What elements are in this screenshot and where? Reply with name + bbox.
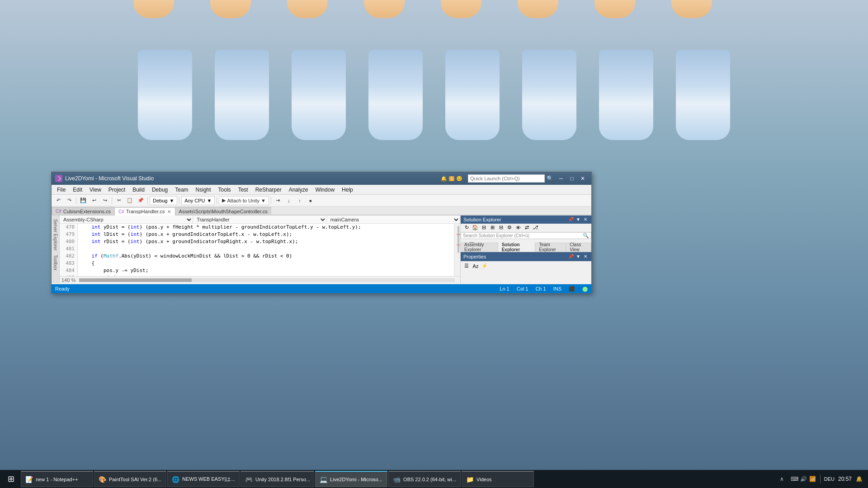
toolbar-redo-btn[interactable]: ↪: [100, 196, 110, 205]
code-line-478: int yDist = (int) (pos.y + fHeight * mul…: [80, 224, 452, 231]
debug-config-dropdown[interactable]: Debug ▼: [150, 196, 177, 205]
menu-file[interactable]: File: [53, 186, 69, 194]
minimize-button[interactable]: ─: [556, 174, 566, 183]
notifications-icon[interactable]: 🔔: [855, 475, 863, 483]
char-body: [522, 50, 576, 140]
sol-props-btn[interactable]: ⚙: [505, 224, 514, 232]
menu-test[interactable]: Test: [235, 186, 252, 194]
code-text-area[interactable]: int yDist = (int) (pos.y + fHeight * mul…: [78, 224, 454, 276]
server-explorer-tab[interactable]: Server Explorer: [52, 217, 59, 252]
sol-tab-team[interactable]: Team Explorer: [535, 243, 566, 252]
menu-tools[interactable]: Tools: [215, 186, 235, 194]
vs-title-right: 🔔 5 😊 🔍 ─ □ ✕: [441, 174, 588, 183]
menu-build[interactable]: Build: [129, 186, 148, 194]
sol-tab-assembly[interactable]: Assembly Explorer: [461, 243, 498, 252]
attach-to-unity-button[interactable]: ▶ Attach to Unity ▼: [219, 196, 269, 205]
taskbar-app-videos[interactable]: 📁 Videos: [462, 471, 534, 487]
props-events-btn[interactable]: ⚡: [481, 262, 489, 270]
toolbox-tab[interactable]: Toolbox: [52, 253, 59, 272]
platform-dropdown[interactable]: Any CPU ▼: [181, 196, 215, 205]
toolbar-step-out-btn[interactable]: ↑: [295, 196, 305, 205]
props-cat-btn[interactable]: ☰: [462, 262, 471, 270]
props-pin-btn[interactable]: 📌: [568, 253, 574, 260]
menu-nsight[interactable]: Nsight: [192, 186, 215, 194]
taskbar-app-sai[interactable]: 🎨 PaintTool SAI Ver.2 (6...: [94, 471, 166, 487]
volume-icon[interactable]: 🔊: [800, 475, 807, 483]
props-dropdown-btn[interactable]: ▼: [575, 253, 581, 260]
toolbar-paste-btn[interactable]: 📌: [136, 196, 146, 205]
toolbar-step-into-btn[interactable]: ↓: [284, 196, 294, 205]
panel-pin-btn[interactable]: 📌: [568, 216, 574, 223]
menu-project[interactable]: Project: [105, 186, 129, 194]
sol-expand-btn[interactable]: ⊞: [488, 224, 496, 232]
sol-git-btn[interactable]: ⎇: [531, 224, 539, 232]
props-close-btn[interactable]: ✕: [582, 253, 589, 260]
solution-toolbar: ↻ 🏠 ⊟ ⊞ ⊟ ⚙ 👁 ⇄ ⎇: [461, 224, 591, 232]
sol-tab-class[interactable]: Class View: [566, 243, 591, 252]
tab-cubism[interactable]: C# CubismExtensions.cs: [52, 207, 114, 215]
restore-button[interactable]: □: [567, 174, 577, 183]
taskbar-app-unity[interactable]: 🎮 Unity 2018.2.8f1 Perso...: [241, 471, 314, 487]
char-head: [287, 0, 328, 18]
toolbar-breakpoint-btn[interactable]: ●: [306, 196, 316, 205]
menu-help[interactable]: Help: [338, 186, 357, 194]
toolbar-sep-3: [147, 197, 148, 204]
horizontal-scrollbar[interactable]: [79, 278, 455, 282]
tab-close-icon[interactable]: ✕: [167, 209, 171, 214]
sol-tab-solution[interactable]: Solution Explorer: [498, 243, 536, 252]
horizontal-scrollbar-thumb[interactable]: [79, 278, 192, 282]
debug-config-label: Debug: [153, 198, 167, 203]
toolbar-undo-btn[interactable]: ↩: [89, 196, 99, 205]
system-clock[interactable]: 20:57: [838, 476, 852, 482]
scrollbar-thumb[interactable]: [458, 226, 459, 253]
menu-view[interactable]: View: [86, 186, 105, 194]
toolbar-copy-btn[interactable]: 📋: [125, 196, 135, 205]
panel-dropdown-btn[interactable]: ▼: [575, 216, 581, 223]
assembly-select[interactable]: Assembly-CSharp: [60, 216, 193, 224]
tab-mouthshape[interactable]: Assets\Scripts\MouthShapeController.cs: [175, 207, 271, 215]
toolbar-save-btn[interactable]: 💾: [78, 196, 88, 205]
solution-search-box[interactable]: Search Solution Explorer (Ctrl+ü) 🔍: [461, 232, 591, 239]
props-alpha-btn[interactable]: Az: [472, 262, 480, 270]
network-icon[interactable]: 📶: [809, 475, 816, 483]
taskbar-app-notepad[interactable]: 📝 new 1 - Notepad++: [21, 471, 93, 487]
code-vertical-scrollbar[interactable]: [454, 224, 460, 276]
menu-edit[interactable]: Edit: [69, 186, 86, 194]
menu-debug[interactable]: Debug: [148, 186, 171, 194]
keyboard-icon[interactable]: ⌨: [791, 475, 798, 483]
quick-launch-input[interactable]: [468, 174, 545, 183]
start-button[interactable]: ⊞: [2, 470, 20, 488]
sol-filter-btn[interactable]: ⊟: [480, 224, 488, 232]
chevron-up-icon[interactable]: ∧: [778, 475, 786, 483]
menu-analyze[interactable]: Analyze: [285, 186, 312, 194]
sol-preview-btn[interactable]: 👁: [514, 224, 522, 232]
properties-titlebar: Properties 📌 ▼ ✕: [461, 252, 591, 261]
toolbar-cut-btn[interactable]: ✂: [114, 196, 124, 205]
vs-menubar: File Edit View Project Build Debug Team …: [52, 185, 591, 195]
code-line-483: {: [80, 260, 452, 267]
class-select[interactable]: TranspHandler: [193, 216, 326, 224]
toolbar-back-btn[interactable]: ↶: [53, 196, 63, 205]
vs-taskbar-icon: 💻: [319, 475, 327, 483]
news-label: NEWS WEB EASY|は...: [182, 476, 235, 483]
vs-window-controls: ─ □ ✕: [556, 174, 588, 183]
taskbar-app-news[interactable]: 🌐 NEWS WEB EASY|は...: [167, 471, 240, 487]
taskbar-app-obs[interactable]: 📹 OBS 22.0.2 (64-bit, wi...: [388, 471, 461, 487]
tab-transphandler[interactable]: C# TranspHandler.cs ✕: [114, 207, 175, 216]
sol-home-btn[interactable]: 🏠: [471, 224, 479, 232]
menu-window[interactable]: Window: [311, 186, 338, 194]
menu-team[interactable]: Team: [171, 186, 192, 194]
vs-label: Live2DYomi - Microso...: [330, 477, 382, 482]
panel-close-btn[interactable]: ✕: [582, 216, 589, 223]
menu-resharper[interactable]: ReSharper: [252, 186, 285, 194]
taskbar-app-vs[interactable]: 💻 Live2DYomi - Microso...: [315, 471, 387, 487]
sol-sync-btn[interactable]: ⇄: [523, 224, 531, 232]
sol-refresh-btn[interactable]: ↻: [462, 224, 471, 232]
sol-collapse-btn[interactable]: ⊟: [497, 224, 505, 232]
line-num-480: 480: [60, 238, 77, 245]
close-button[interactable]: ✕: [578, 174, 588, 183]
line-num-481: 481: [60, 245, 77, 253]
toolbar-forward-btn[interactable]: ↷: [64, 196, 74, 205]
toolbar-step-over-btn[interactable]: ⇥: [273, 196, 283, 205]
member-select[interactable]: mainCamera: [327, 216, 460, 224]
